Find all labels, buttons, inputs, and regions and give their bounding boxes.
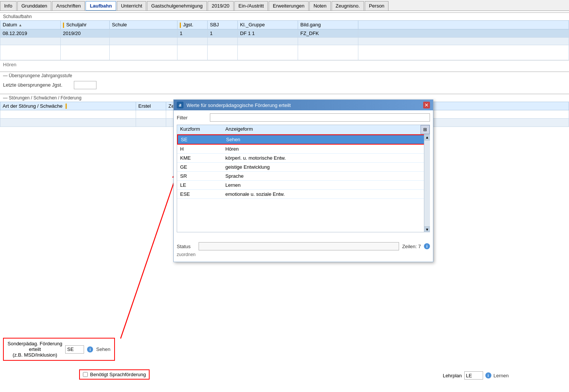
uebersprungene-jgst-input[interactable] [74, 81, 96, 89]
dialog-list-header: Kurzform Anzeigeform ⊞ [177, 125, 430, 134]
dialog-sonderpaedag: a Werte für sonderpädagogische Förderung… [173, 99, 433, 262]
dialog-item-SR-desc: Sprache [222, 172, 430, 180]
dialog-col-anzeigeform: Anzeigeform [222, 125, 421, 134]
dialog-sort-button[interactable]: ⊞ [421, 125, 430, 134]
tab-anschriften[interactable]: Anschriften [52, 1, 85, 11]
dialog-item-SE[interactable]: SE Sehen [177, 134, 430, 145]
dialog-col-kurzform: Kurzform [177, 125, 222, 134]
dialog-item-SE-code: SE [178, 135, 223, 144]
dialog-title: Werte für sonderpädagogische Förderung e… [187, 102, 291, 108]
cell-kl-gruppe: DF 1 1 [238, 29, 298, 37]
uebersprungene-section: — Übersprungene Jahrgangsstufe Letzte üb… [0, 72, 569, 91]
tab-person[interactable]: Person [365, 1, 389, 11]
cell-bild-gang: FZ_DFK [298, 29, 358, 37]
dialog-item-SR[interactable]: SR Sprache [177, 172, 430, 181]
dialog-scrollbar-area: ▲ ▼ [177, 232, 430, 240]
uebersprungene-form-row: Letzte übersprungene Jgst. [0, 79, 569, 91]
dialog-item-H-code: H [177, 145, 222, 153]
dialog-filter-input[interactable] [210, 113, 430, 122]
dialog-item-ESE-desc: emotionale u. soziale Entw. [222, 190, 430, 198]
dialog-item-H[interactable]: H Hören [177, 145, 430, 154]
dialog-item-SE-desc: Sehen [223, 135, 429, 144]
scroll-up-btn[interactable]: ▲ [424, 134, 430, 140]
sonderpaedag-label: Sonderpädag. Förderung erteilt (z.B. MSD… [8, 341, 62, 358]
dialog-item-SR-code: SR [177, 172, 222, 180]
sonderpaedag-input[interactable] [65, 345, 84, 354]
lehrplan-display-value: Lernen [494, 373, 509, 378]
tab-unterricht[interactable]: Unterricht [117, 1, 146, 11]
col-marker [63, 23, 64, 28]
sprachfoerderung-checkbox[interactable] [83, 372, 88, 377]
dialog-item-ESE-code: ESE [177, 190, 222, 198]
dialog-filter-label: Filter [177, 115, 207, 120]
cell-schuljahr: 2019/20 [61, 29, 110, 37]
uebersprungene-jgst-label: Letzte übersprungene Jgst. [3, 82, 71, 88]
sonderpaedag-info-icon[interactable]: i [87, 346, 93, 352]
tab-2019-20[interactable]: 2019/20 [208, 1, 234, 11]
dialog-item-LE-code: LE [177, 181, 222, 189]
lehrplan-label: Lehrplan [443, 373, 462, 378]
sort-icon: ▲ [18, 23, 22, 27]
main-content: Schullaufbahn Datum ▲ Schuljahr [0, 11, 569, 391]
schullaufbahn-section: Schullaufbahn Datum ▲ Schuljahr [0, 12, 569, 60]
dialog-item-GE-desc: geistige Entwicklung [222, 163, 430, 171]
cell-datum: 08.12.2019 [0, 29, 61, 37]
tab-zeugnisno[interactable]: Zeugnisno. [332, 1, 364, 11]
col-sbj[interactable]: SBJ [208, 21, 238, 29]
dialog-status-input[interactable] [199, 242, 399, 250]
tab-gastschul[interactable]: Gastschulgenehmigung [147, 1, 207, 11]
col-kl-gruppe[interactable]: Kl._Gruppe [238, 21, 298, 29]
dialog-item-GE-code: GE [177, 163, 222, 171]
dialog-item-KME[interactable]: KME körperl. u. motorische Entw. [177, 154, 430, 163]
tab-grunddaten[interactable]: Grunddaten [17, 1, 52, 11]
sprachfoerderung-label: Benötigt Sprachförderung [90, 372, 146, 377]
tab-laufbahn[interactable]: Laufbahn [86, 1, 116, 11]
sprachfoerderung-box: Benötigt Sprachförderung [79, 369, 150, 380]
table-row-empty [0, 37, 569, 45]
dialog-item-LE-desc: Lernen [222, 181, 430, 189]
col-schule[interactable]: Schule [110, 21, 177, 29]
dialog-item-KME-desc: körperl. u. motorische Entw. [222, 154, 430, 162]
dialog-item-GE[interactable]: GE geistige Entwicklung [177, 163, 430, 172]
col-schuljahr[interactable]: Schuljahr [61, 21, 110, 29]
stoer-col-art[interactable]: Art der Störung / Schwäche [0, 102, 136, 110]
dialog-item-LE[interactable]: LE Lernen [177, 181, 430, 190]
dialog-item-H-desc: Hören [222, 145, 430, 153]
cell-sbj: 1 [208, 29, 238, 37]
tab-noten[interactable]: Noten [309, 1, 331, 11]
sonderpaedag-area: Sonderpädag. Förderung erteilt (z.B. MSD… [3, 338, 115, 361]
tab-bar: Info Grunddaten Anschriften Laufbahn Unt… [0, 0, 569, 11]
svg-line-1 [121, 178, 175, 339]
scroll-down-btn[interactable]: ▼ [424, 226, 430, 232]
col-bild-gang[interactable]: Bild.gang [298, 21, 358, 29]
lehrplan-input[interactable] [464, 371, 483, 380]
dialog-close-button[interactable]: ✕ [423, 102, 430, 108]
dialog-body: Filter Kurzform Anzeigeform ⊞ SE Sehen H… [174, 110, 433, 262]
tab-einaustritt[interactable]: Ein-/Austritt [234, 1, 268, 11]
hoeren-row: Hören [0, 60, 569, 69]
sonderpaedag-display-value: Sehen [96, 346, 110, 352]
lehrplan-info-icon[interactable]: i [485, 372, 491, 378]
dialog-item-KME-code: KME [177, 154, 222, 162]
tab-erweiterungen[interactable]: Erweiterungen [269, 1, 309, 11]
sonderpaedag-box: Sonderpädag. Förderung erteilt (z.B. MSD… [3, 338, 115, 361]
col-datum[interactable]: Datum ▲ [0, 21, 61, 29]
table-row[interactable]: 08.12.2019 2019/20 1 1 DF 1 1 FZ_DFK [0, 29, 569, 37]
dialog-bottom-text: zuordnen [177, 250, 430, 259]
dialog-list[interactable]: SE Sehen H Hören KME körperl. u. motoris… [177, 134, 430, 232]
cell-schule [110, 29, 177, 37]
dialog-item-ESE[interactable]: ESE emotionale u. soziale Entw. [177, 190, 430, 199]
jgst-col-marker [180, 23, 181, 28]
dialog-scrollbar[interactable]: ▲ ▼ [424, 134, 430, 232]
dialog-status-row: Status Zeilen: 7 i [177, 242, 430, 250]
cell-jgst: 1 [177, 29, 208, 37]
uebersprungene-header: — Übersprungene Jahrgangsstufe [0, 72, 569, 79]
lehrplan-area: Lehrplan i Lernen [443, 371, 509, 380]
dialog-info-icon[interactable]: i [424, 243, 430, 249]
schullaufbahn-header: Schullaufbahn [0, 12, 569, 20]
col-jgst[interactable]: Jgst. [177, 21, 208, 29]
tab-info[interactable]: Info [0, 1, 17, 11]
stoer-col-erstel[interactable]: Erstel [136, 102, 166, 110]
scroll-track [424, 140, 430, 226]
dialog-filter-row: Filter [177, 113, 430, 122]
